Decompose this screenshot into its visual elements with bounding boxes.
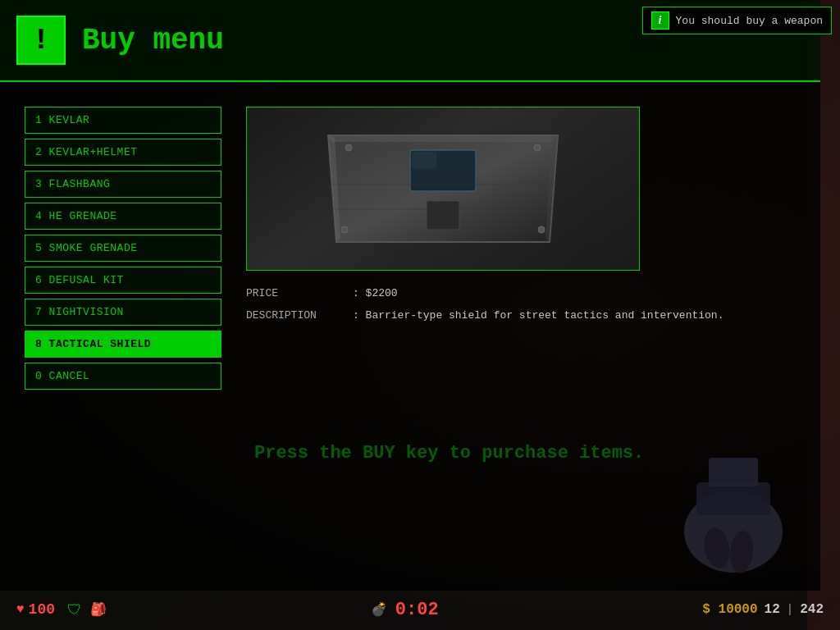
svg-rect-15 — [709, 458, 758, 486]
info-icon: i — [651, 11, 669, 30]
svg-point-7 — [345, 144, 352, 151]
price-row: PRICE : $2200 — [246, 287, 796, 299]
buy-menu-title: Buy menu — [82, 24, 224, 57]
hud-left: ♥ 100 🛡 🎒 — [16, 601, 107, 619]
menu-item-he-grenade[interactable]: 4 HE GRENADE — [25, 203, 221, 230]
hud-bottom: ♥ 100 🛡 🎒 💣 0:02 $ 10000 12 | 242 — [0, 589, 840, 630]
ammo-reserve: 242 — [800, 602, 824, 617]
health-icon: ♥ — [16, 602, 25, 617]
menu-item-flashbang[interactable]: 3 FLASHBANG — [25, 171, 221, 198]
tactical-shield-image — [312, 119, 574, 258]
hud-center: 💣 0:02 — [371, 600, 439, 620]
svg-marker-1 — [328, 135, 558, 142]
description-label: DESCRIPTION — [246, 309, 345, 322]
weapon-hand-visual — [651, 384, 815, 589]
menu-item-kevlar-helmet[interactable]: 2 KEVLAR+HELMET — [25, 139, 221, 166]
money-value: $ 10000 — [702, 602, 757, 617]
hud-right: $ 10000 12 | 242 — [702, 602, 824, 617]
bomb-icon: 💣 — [371, 601, 387, 618]
armor-icon: 🛡 — [67, 601, 82, 619]
item-image — [246, 107, 640, 271]
menu-item-nightvision[interactable]: 7 NIGHTVISION — [25, 299, 221, 326]
svg-rect-14 — [696, 482, 770, 515]
svg-point-8 — [534, 144, 541, 151]
exclaim-icon: ! — [16, 16, 66, 65]
notification-bar: i You should buy a weapon — [642, 7, 832, 34]
detail-panel: PRICE : $2200 DESCRIPTION : Barrier-type… — [246, 107, 796, 390]
price-label: PRICE — [246, 287, 345, 299]
menu-item-tactical-shield[interactable]: 8 TACTICAL SHIELD — [25, 331, 221, 358]
notification-text: You should buy a weapon — [676, 15, 823, 27]
price-value: : $2200 — [353, 287, 398, 299]
press-buy-message: Press the BUY key to purchase items. — [254, 443, 644, 463]
svg-rect-5 — [412, 152, 436, 168]
description-value: : Barrier-type shield for street tactics… — [353, 309, 724, 322]
menu-item-kevlar[interactable]: 1 KEVLAR — [25, 107, 221, 134]
svg-rect-6 — [427, 201, 459, 230]
item-info: PRICE : $2200 DESCRIPTION : Barrier-type… — [246, 287, 796, 322]
svg-point-10 — [538, 226, 545, 233]
health-value: 100 — [29, 601, 55, 618]
svg-point-9 — [341, 226, 348, 233]
description-row: DESCRIPTION : Barrier-type shield for st… — [246, 309, 796, 322]
timer-value: 0:02 — [395, 600, 439, 620]
main-content: 1 KEVLAR 2 KEVLAR+HELMET 3 FLASHBANG 4 H… — [0, 90, 820, 406]
armor-icon2: 🎒 — [90, 601, 107, 618]
menu-item-defusal-kit[interactable]: 6 DEFUSAL KIT — [25, 267, 221, 294]
menu-list: 1 KEVLAR 2 KEVLAR+HELMET 3 FLASHBANG 4 H… — [25, 107, 221, 390]
menu-item-smoke-grenade[interactable]: 5 SMOKE GRENADE — [25, 235, 221, 262]
menu-item-cancel[interactable]: 0 CANCEL — [25, 363, 221, 390]
ammo-current: 12 — [765, 602, 780, 617]
ammo-separator: | — [787, 603, 793, 616]
